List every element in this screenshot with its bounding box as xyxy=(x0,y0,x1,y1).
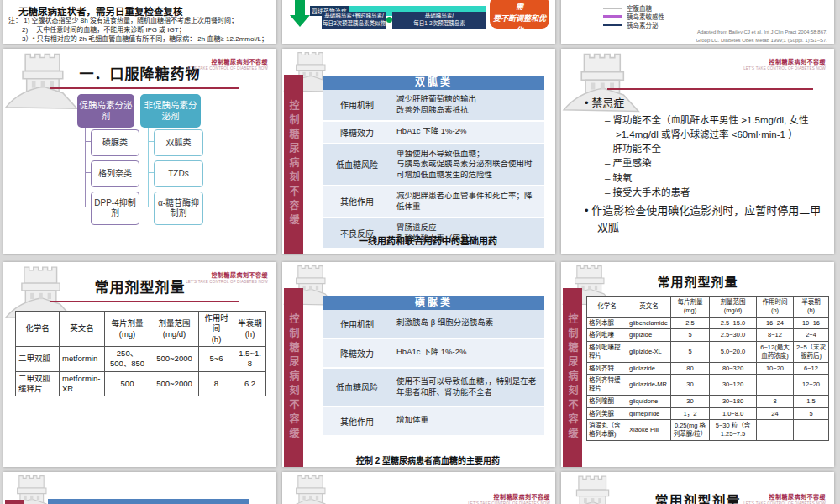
table-row: 其他作用减少肥胖患者心血管事件和死亡率；降低体重 xyxy=(323,186,544,218)
table-body: 作用机制减少肝脏葡萄糖的输出 改善外周胰岛素抵抗降糖效力HbA1c 下降 1%-… xyxy=(323,90,544,249)
table-cell: metformin xyxy=(60,347,105,372)
table-header-partial xyxy=(48,499,249,504)
table-cell: glibenclamide xyxy=(627,317,671,329)
logo-title: 控制糖尿病刻不容缓 xyxy=(186,59,268,66)
slide-glucose-curves-legend[interactable]: 空腹血糖胰岛素敏感性胰岛素分泌 Adapted from Bailey CJ e… xyxy=(561,0,834,44)
vertical-banner: 控制糖尿病刻不容缓 xyxy=(5,500,24,504)
org-child-sulfonylurea: 磺脲类 xyxy=(91,129,139,156)
table-cell: glipizide xyxy=(627,329,671,342)
column-header: 作用时间(h) xyxy=(757,297,794,318)
slide-screening-notes[interactable]: 无糖尿病症状者，需另日重复检查复核 注： 1) 空腹状态指至少 8h 没有进食热… xyxy=(3,0,276,44)
banner-text: 控制糖尿病刻不容缓 xyxy=(286,313,301,442)
column-header: 剂量范围(mg/d) xyxy=(710,297,757,318)
table-row: 降糖效力HbA1c 下降 1%-2% xyxy=(323,122,544,144)
table-cell: 二甲双胍缓释片 xyxy=(16,371,60,396)
table-cell: 80~320 xyxy=(710,362,757,375)
campaign-logo: 控制糖尿病刻不容缓 LET'S TAKE CONTROL OF DIABETES… xyxy=(186,59,268,71)
title-underline xyxy=(607,88,813,90)
slide-oral-drugs-overview[interactable]: 控制糖尿病刻不容缓 LET'S TAKE CONTROL OF DIABETES… xyxy=(3,49,276,254)
table-cell: 8 xyxy=(757,395,794,407)
table-cell: 二甲双胍 xyxy=(16,347,60,372)
org-child-agi: α-糖苷酶抑制剂 xyxy=(154,192,203,225)
slide-insulin-treatment-flow[interactable]: 四线药物治疗 基础胰岛素+餐时胰岛素/ 每日3次预混胰岛素类似物 基础胰岛素/ … xyxy=(282,0,555,44)
down-arrow-icon xyxy=(290,15,310,27)
table-cell: 格列喹酮 xyxy=(587,395,627,407)
row-value: 单独使用不导致低血糖； 与胰岛素或促胰岛素分泌剂联合使用时可增加低血糖发生的危险… xyxy=(391,144,544,185)
connector-line xyxy=(148,207,154,207)
table-cell: 8~12 xyxy=(757,329,794,342)
table-cell: 2.5 xyxy=(671,317,710,329)
table-cell xyxy=(757,375,794,396)
row-label: 作用机制 xyxy=(323,310,391,338)
table-cell: Xiaoke Pill xyxy=(627,420,671,441)
slide-metformin-dosage[interactable]: 控制糖尿病刻不容缓 LET'S TAKE CONTROL OF DIABETES… xyxy=(3,262,276,467)
table-cell: gliclazide-MR xyxy=(627,375,671,396)
table-cell: glipizide-XL xyxy=(627,342,671,363)
table-cell: 2.5~15.0 xyxy=(710,317,757,329)
table-cell: 5~6 xyxy=(199,347,234,372)
table-cell: 1，2 xyxy=(671,407,710,420)
table-cell: 5~30 粒（含 1.25~7.5 xyxy=(710,420,757,441)
table-row: 格列吡嗪glipizide52.5~30.08~122~4 xyxy=(587,329,829,342)
logo-title: 控制糖尿病刻不容缓 xyxy=(186,272,268,280)
slide-biguanides[interactable]: 控制糖尿病刻不容缓 双胍类 作用机制减少肝脏葡萄糖的输出 改善外周胰岛素抵抗降糖… xyxy=(282,49,555,254)
table-cell: 5.0~20.0 xyxy=(710,342,757,363)
logo-subtitle: LET'S TAKE CONTROL OF DIABETES NOW xyxy=(743,66,826,71)
table-cell: 8 xyxy=(199,371,234,396)
legend-item: 胰岛素敏感性 xyxy=(603,13,664,20)
slide-partial-bottom-right[interactable]: 常用剂型剂量 控制糖尿病刻不容缓 LET'S TAKE CONTROL OF D… xyxy=(561,472,834,504)
title-underline xyxy=(50,87,239,89)
insulin-regimen-box: 基础胰岛素+餐时胰岛素/ 每日3次预混胰岛素类似物 xyxy=(322,12,386,29)
slide-partial-bottom-left[interactable]: 控制糖尿病刻不容缓 xyxy=(3,472,276,504)
table-cell: 格列齐特缓释片 xyxy=(587,375,627,396)
slide-sulfonylureas[interactable]: 控制糖尿病刻不容缓 磺脲类 作用机制刺激胰岛 β 细胞分泌胰岛素降糖效力HbA1… xyxy=(282,262,555,467)
biguanide-table: 双胍类 作用机制减少肝脏葡萄糖的输出 改善外周胰岛素抵抗降糖效力HbA1c 下降… xyxy=(323,76,544,249)
legend-label: 胰岛素分泌 xyxy=(627,20,659,29)
table-row: 低血糖风险使用不当可以导致低血糖，，特别是在老年患者和肝、肾功能不全者 xyxy=(323,369,544,407)
org-parent-secretagogue: 促胰岛素分泌剂 xyxy=(77,94,134,128)
table-cell: 格列齐特 xyxy=(587,362,627,375)
insulin-regimen-box: 基础胰岛素/ 每日1-2次预混胰岛素 xyxy=(392,12,486,29)
table-cell: 30~120 xyxy=(710,375,757,396)
note-line: 3）* 只有相对应的 2h 毛细血管血糖值有所不同，糖尿病： 2h 血糖≥ 12… xyxy=(8,35,271,44)
column-header: 剂量范围(mg/d) xyxy=(150,312,199,347)
slide-sulfonylurea-dosage[interactable]: 控制糖尿病刻不容缓 常用剂型剂量 化学名 英文名 每片剂量(mg) 剂量范围(m… xyxy=(561,262,834,467)
table-row: 消渴丸（含格列本脲)Xiaoke Pill0.25(mg 格列苯脲/粒）5~30… xyxy=(587,420,829,441)
connector-line xyxy=(148,124,149,207)
legend-item: 胰岛素分泌 xyxy=(603,21,664,29)
sulfonylurea-table: 磺脲类 作用机制刺激胰岛 β 细胞分泌胰岛素降糖效力HbA1c 下降 1%-2%… xyxy=(323,296,544,437)
table-cell: 12~20 xyxy=(794,375,829,396)
table-title: 磺脲类 xyxy=(323,296,544,310)
slide-sorter-board: 无糖尿病症状者，需另日重复检查复核 注： 1) 空腹状态指至少 8h 没有进食热… xyxy=(0,0,840,504)
table-cell: 5 xyxy=(794,407,829,420)
connector-line xyxy=(85,124,86,207)
table-cell: 0.25(mg 格列苯脲/粒） xyxy=(671,420,710,441)
table-cell: 消渴丸（含格列本脲) xyxy=(587,420,627,441)
vertical-banner: 控制糖尿病刻不容缓 xyxy=(284,288,303,467)
connector-line xyxy=(148,172,154,173)
org-child-glinide: 格列奈类 xyxy=(91,160,139,187)
slide-partial-bottom-middle[interactable]: 控制糖尿病刻不容缓 LET'S TAKE CONTROL OF DIABETES… xyxy=(282,472,555,504)
table-cell xyxy=(794,420,829,441)
citation-text: Adapted from Bailey CJ et al. Int J Clin… xyxy=(696,29,827,44)
table-cell: 30~180 xyxy=(710,395,757,407)
table-cell: 6.2 xyxy=(234,371,266,396)
table-cell: 1.5~1.8 xyxy=(234,347,266,372)
table-cell: 10~20 xyxy=(757,362,794,375)
row-label: 其他作用 xyxy=(323,186,391,217)
row-value: 减少肥胖患者心血管事件和死亡率；降低体重 xyxy=(391,186,544,217)
logo-title: 控制糖尿病刻不容缓 xyxy=(743,59,826,66)
table-row: 其他作用增加体重 xyxy=(323,407,544,437)
bullet-item: 禁忌症 xyxy=(585,95,824,112)
slide-metformin-contraindications[interactable]: 控制糖尿病刻不容缓 LET'S TAKE CONTROL OF DIABETES… xyxy=(561,49,834,254)
bullet-item: 作造影检查使用碘化造影剂时，应暂时停用二甲双胍 xyxy=(585,202,824,235)
table-row: 格列齐特缓释片gliclazide-MR3030~12012~20 xyxy=(587,375,829,396)
table-cell: 2~4 xyxy=(794,329,829,342)
table-cell: 250、500、850 xyxy=(105,347,150,372)
banner-text: 控制糖尿病刻不容缓 xyxy=(286,100,301,228)
legend-item: 空腹血糖 xyxy=(603,4,664,12)
column-header: 每片剂量(mg) xyxy=(105,312,150,347)
org-child-biguanide: 双胍类 xyxy=(154,129,203,156)
table-footnote: 控制 2 型糖尿病患者高血糖的主要用药 xyxy=(307,454,549,466)
dash-item: 严重感染 xyxy=(605,156,824,171)
